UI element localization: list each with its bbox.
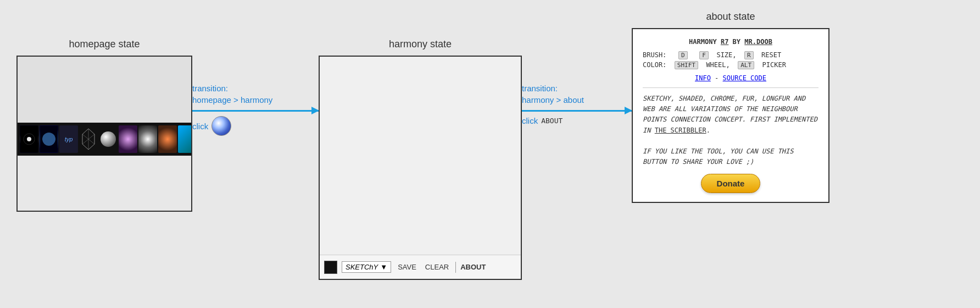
harmony-state-label: harmony state: [389, 38, 452, 50]
transition2-section: transition:harmony > about click ABOUT: [522, 11, 632, 125]
transition1-label: transition:transition: homepage > harmon…: [192, 82, 272, 106]
thumb-blue[interactable]: [40, 125, 58, 153]
harmony-toolbar: SKETChY ▼ SAVE CLEAR ABOUT: [320, 255, 521, 279]
arrow1: [192, 110, 319, 112]
homepage-bottom-area: [18, 156, 191, 211]
about-body: SKETCHY, SHADED, CHROME, FUR, LONGFUR AN…: [643, 94, 818, 167]
source-code-link[interactable]: SOURCE CODE: [723, 74, 766, 82]
donate-button[interactable]: Donate: [701, 174, 761, 193]
about-author-link[interactable]: MR.DOOB: [744, 38, 772, 46]
about-title-line: HARMONY R7 BY MR.DOOB: [643, 38, 818, 46]
save-btn[interactable]: SAVE: [396, 262, 419, 272]
about-info-line: INFO - SOURCE CODE: [643, 74, 818, 82]
homepage-canvas-area: [18, 57, 191, 123]
thumb-orb[interactable]: [99, 125, 118, 153]
key-alt: ALT: [738, 61, 754, 69]
about-by-text: BY: [733, 38, 745, 46]
about-color-line: COLOR: SHIFT WHEEL, ALT PICKER: [643, 61, 818, 69]
thumb-teal[interactable]: [178, 125, 192, 153]
color-swatch[interactable]: [324, 261, 337, 274]
dropdown-chevron: ▼: [380, 263, 387, 271]
homepage-toolbar: typ: [18, 123, 191, 156]
click1-label: click: [192, 116, 231, 136]
homepage-frame: typ: [16, 56, 192, 212]
key-shift: SHIFT: [675, 61, 698, 69]
transition2-label: transition:harmony > about: [522, 82, 584, 106]
about-brush-line: BRUSH: D F SIZE, R RESET: [643, 51, 818, 59]
about-btn[interactable]: ABOUT: [460, 263, 486, 271]
key-f: F: [699, 51, 709, 59]
harmony-canvas[interactable]: [320, 57, 521, 255]
thumb-orange[interactable]: [158, 125, 177, 153]
thumb-white-burst[interactable]: [138, 125, 157, 153]
about-version-link[interactable]: R7: [721, 38, 728, 46]
about-divider: [643, 87, 818, 88]
thumb-glow[interactable]: [119, 125, 137, 153]
arrow1-row: [192, 110, 319, 112]
brush-label: BRUSH:: [643, 51, 675, 59]
thumb-geo[interactable]: [79, 125, 98, 153]
brush-name: SKETChY: [346, 263, 378, 271]
dash: -: [715, 74, 722, 82]
arrow2: [522, 110, 632, 112]
harmony-state-block: harmony state SKETChY ▼ SAVE CLEAR ABOUT: [319, 38, 522, 280]
click2-label: click ABOUT: [522, 116, 563, 125]
about-state-block: about state HARMONY R7 BY MR.DOOB BRUSH:…: [632, 11, 829, 203]
info-link[interactable]: INFO: [695, 74, 711, 82]
key-d: D: [678, 51, 688, 59]
thumb-star[interactable]: [20, 125, 38, 153]
clear-btn[interactable]: CLEAR: [423, 262, 451, 272]
homepage-state-block: homepage state typ: [16, 38, 192, 212]
orb-icon: [211, 116, 231, 136]
svg-point-4: [42, 133, 55, 146]
scribbler-link[interactable]: THE SCRIBBLER: [655, 127, 706, 134]
svg-point-1: [27, 137, 31, 141]
brush-select[interactable]: SKETChY ▼: [342, 261, 391, 273]
about-harmony-text: HARMONY: [689, 38, 717, 46]
click2-target: ABOUT: [541, 117, 563, 125]
donate-area: Donate: [643, 174, 818, 193]
color-label: COLOR:: [643, 61, 671, 69]
homepage-state-label: homepage state: [69, 38, 140, 50]
about-frame: HARMONY R7 BY MR.DOOB BRUSH: D F SIZE, R…: [632, 28, 829, 203]
about-state-label: about state: [706, 11, 755, 23]
arrow2-row: [522, 110, 632, 112]
transition1-section: transition:transition: homepage > harmon…: [192, 11, 319, 136]
thumb-typ[interactable]: typ: [59, 125, 78, 153]
harmony-frame: SKETChY ▼ SAVE CLEAR ABOUT: [319, 56, 522, 280]
toolbar-separator: [455, 262, 456, 273]
key-r: R: [744, 51, 754, 59]
